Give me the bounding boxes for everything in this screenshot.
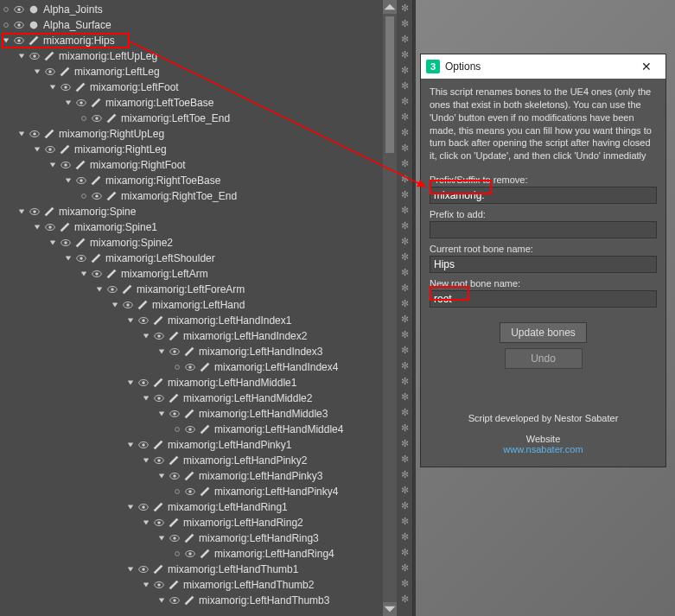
tree-expand-arrow-icon[interactable] bbox=[17, 130, 26, 138]
scroll-up-button[interactable] bbox=[383, 0, 397, 14]
freeze-snowflake-icon[interactable]: ✼ bbox=[397, 0, 412, 16]
visibility-eye-icon[interactable] bbox=[152, 454, 166, 467]
freeze-snowflake-icon[interactable]: ✼ bbox=[397, 171, 412, 187]
freeze-snowflake-icon[interactable]: ✼ bbox=[397, 16, 412, 31]
tree-row[interactable]: mixamorig:LeftArm bbox=[2, 266, 412, 282]
tree-row[interactable]: mixamorig:LeftLeg bbox=[2, 64, 412, 79]
tree-row[interactable]: mixamorig:LeftHandPinky1 bbox=[2, 437, 412, 453]
tree-expand-arrow-icon[interactable] bbox=[33, 67, 41, 76]
tree-row[interactable]: mixamorig:LeftHandRing1 bbox=[2, 499, 412, 515]
visibility-eye-icon[interactable] bbox=[183, 547, 197, 561]
tree-expand-arrow-icon[interactable] bbox=[126, 378, 135, 387]
visibility-eye-icon[interactable] bbox=[43, 143, 57, 156]
tree-expand-arrow-icon[interactable] bbox=[142, 581, 150, 589]
tree-row[interactable]: mixamorig:LeftHandIndex1 bbox=[2, 313, 412, 328]
tree-row[interactable]: mixamorig:LeftHandMiddle2 bbox=[2, 391, 412, 406]
tree-expand-arrow-icon[interactable] bbox=[142, 332, 150, 340]
visibility-eye-icon[interactable] bbox=[59, 158, 73, 172]
freeze-snowflake-icon[interactable]: ✼ bbox=[397, 140, 412, 156]
tree-expand-arrow-icon[interactable] bbox=[17, 207, 26, 216]
visibility-eye-icon[interactable] bbox=[74, 96, 88, 110]
tree-row[interactable]: mixamorig:LeftHandRing2 bbox=[2, 515, 412, 530]
freeze-snowflake-icon[interactable]: ✼ bbox=[397, 280, 412, 295]
tree-expand-arrow-icon[interactable] bbox=[64, 254, 73, 263]
visibility-eye-icon[interactable] bbox=[12, 34, 26, 48]
scroll-thumb[interactable] bbox=[385, 16, 395, 154]
visibility-eye-icon[interactable] bbox=[43, 65, 57, 79]
freeze-snowflake-icon[interactable]: ✼ bbox=[397, 591, 412, 606]
visibility-eye-icon[interactable] bbox=[168, 469, 181, 483]
tree-expand-arrow-icon[interactable] bbox=[17, 52, 26, 60]
visibility-eye-icon[interactable] bbox=[168, 345, 181, 359]
freeze-snowflake-icon[interactable]: ✼ bbox=[397, 389, 412, 404]
visibility-eye-icon[interactable] bbox=[137, 562, 150, 576]
freeze-snowflake-icon[interactable]: ✼ bbox=[397, 295, 412, 311]
freeze-snowflake-icon[interactable]: ✼ bbox=[397, 420, 412, 435]
freeze-snowflake-icon[interactable]: ✼ bbox=[397, 342, 412, 358]
tree-expand-arrow-icon[interactable] bbox=[157, 534, 166, 543]
tree-row[interactable]: mixamorig:LeftHandIndex4 bbox=[2, 359, 412, 375]
tree-expand-arrow-icon[interactable] bbox=[157, 472, 166, 480]
tree-expand-arrow-icon[interactable] bbox=[33, 223, 41, 232]
tree-row[interactable]: Alpha_Surface bbox=[2, 17, 412, 33]
visibility-eye-icon[interactable] bbox=[152, 578, 166, 592]
freeze-snowflake-icon[interactable]: ✼ bbox=[397, 156, 412, 171]
tree-row[interactable]: mixamorig:LeftHandIndex2 bbox=[2, 328, 412, 344]
tree-row[interactable]: mixamorig:LeftHandRing3 bbox=[2, 530, 412, 546]
visibility-eye-icon[interactable] bbox=[168, 531, 181, 545]
prefix-add-input[interactable] bbox=[430, 221, 657, 238]
tree-row[interactable]: mixamorig:Spine bbox=[2, 204, 412, 219]
tree-row[interactable]: mixamorig:LeftHandMiddle1 bbox=[2, 375, 412, 391]
freeze-snowflake-icon[interactable]: ✼ bbox=[397, 233, 412, 249]
visibility-eye-icon[interactable] bbox=[105, 283, 119, 296]
tree-row[interactable]: mixamorig:LeftHandMiddle3 bbox=[2, 406, 412, 422]
freeze-snowflake-icon[interactable]: ✼ bbox=[397, 249, 412, 264]
tree-row[interactable]: mixamorig:LeftHandPinky3 bbox=[2, 468, 412, 484]
tree-row[interactable]: mixamorig:LeftToeBase bbox=[2, 95, 412, 111]
tree-row[interactable]: mixamorig:RightToeBase bbox=[2, 173, 412, 188]
visibility-eye-icon[interactable] bbox=[90, 267, 104, 281]
visibility-eye-icon[interactable] bbox=[137, 500, 150, 514]
hierarchy-tree[interactable]: Alpha_JointsAlpha_Surfacemixamorig:Hipsm… bbox=[0, 0, 412, 610]
freeze-snowflake-icon[interactable]: ✼ bbox=[397, 451, 412, 467]
tree-expand-arrow-icon[interactable] bbox=[64, 176, 73, 185]
visibility-eye-icon[interactable] bbox=[90, 111, 104, 125]
freeze-snowflake-icon[interactable]: ✼ bbox=[397, 78, 412, 93]
tree-expand-arrow-icon[interactable] bbox=[48, 83, 57, 92]
tree-row[interactable]: mixamorig:LeftHandMiddle4 bbox=[2, 422, 412, 437]
tree-row[interactable]: mixamorig:LeftUpLeg bbox=[2, 48, 412, 64]
visibility-eye-icon[interactable] bbox=[183, 485, 197, 499]
freeze-snowflake-icon[interactable]: ✼ bbox=[397, 404, 412, 420]
tree-expand-arrow-icon[interactable] bbox=[64, 98, 73, 107]
scroll-down-button[interactable] bbox=[383, 602, 397, 616]
tree-row[interactable]: mixamorig:RightToe_End bbox=[2, 188, 412, 204]
visibility-eye-icon[interactable] bbox=[183, 422, 197, 436]
dialog-titlebar[interactable]: 3 Options ✕ bbox=[421, 54, 665, 79]
tree-row[interactable]: mixamorig:Spine1 bbox=[2, 219, 412, 235]
visibility-eye-icon[interactable] bbox=[74, 174, 88, 187]
freeze-snowflake-icon[interactable]: ✼ bbox=[397, 202, 412, 218]
visibility-eye-icon[interactable] bbox=[168, 594, 181, 607]
visibility-eye-icon[interactable] bbox=[43, 220, 57, 234]
tree-row[interactable]: mixamorig:LeftHandPinky4 bbox=[2, 484, 412, 499]
freeze-snowflake-icon[interactable]: ✼ bbox=[397, 327, 412, 342]
tree-row[interactable]: mixamorig:LeftHand bbox=[2, 297, 412, 313]
visibility-eye-icon[interactable] bbox=[12, 3, 26, 16]
visibility-eye-icon[interactable] bbox=[137, 376, 150, 390]
visibility-eye-icon[interactable] bbox=[183, 360, 197, 374]
freeze-snowflake-icon[interactable]: ✼ bbox=[397, 575, 412, 591]
tree-expand-arrow-icon[interactable] bbox=[95, 285, 104, 294]
tree-row[interactable]: mixamorig:LeftForeArm bbox=[2, 282, 412, 297]
tree-row[interactable]: mixamorig:LeftFoot bbox=[2, 79, 412, 95]
tree-expand-arrow-icon[interactable] bbox=[126, 503, 135, 511]
tree-expand-arrow-icon[interactable] bbox=[126, 565, 135, 574]
visibility-eye-icon[interactable] bbox=[137, 438, 150, 452]
tree-row[interactable]: mixamorig:LeftToe_End bbox=[2, 111, 412, 126]
tree-expand-arrow-icon[interactable] bbox=[126, 441, 135, 449]
visibility-eye-icon[interactable] bbox=[28, 205, 41, 219]
update-bones-button[interactable]: Update bones bbox=[500, 322, 587, 343]
visibility-eye-icon[interactable] bbox=[152, 516, 166, 530]
tree-expand-arrow-icon[interactable] bbox=[48, 238, 57, 247]
freeze-snowflake-icon[interactable]: ✼ bbox=[397, 93, 412, 109]
freeze-snowflake-icon[interactable]: ✼ bbox=[397, 187, 412, 202]
